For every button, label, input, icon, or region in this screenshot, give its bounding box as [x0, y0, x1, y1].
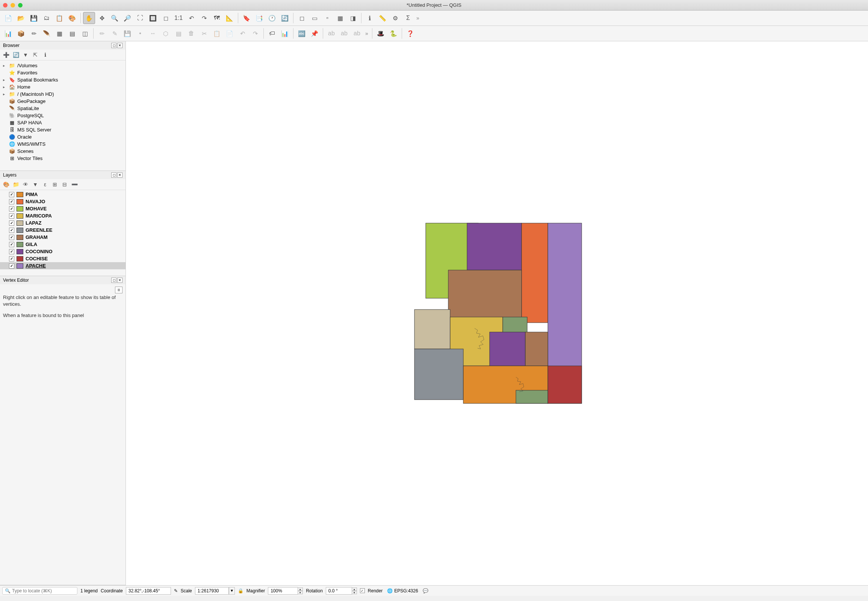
- magnifier-input[interactable]: [268, 587, 298, 595]
- new-geopackage-button[interactable]: 📦: [15, 27, 27, 40]
- python-console-button[interactable]: 🐍: [387, 27, 399, 40]
- layer-style-icon[interactable]: 🎨: [2, 181, 10, 188]
- maximize-window-button[interactable]: [18, 3, 23, 8]
- new-gpx-button[interactable]: ▤: [66, 27, 78, 40]
- zoom-in-button[interactable]: 🔍: [108, 12, 121, 24]
- vertex-float-button[interactable]: ◻: [111, 278, 116, 283]
- add-layer-icon[interactable]: ➕: [2, 51, 10, 59]
- layer-item[interactable]: ✓GRAHAM: [0, 233, 125, 241]
- temporal-button[interactable]: 🕐: [266, 12, 278, 24]
- browser-item[interactable]: ⊞Vector Tiles: [0, 155, 125, 162]
- statistics-button[interactable]: ⚙: [389, 12, 401, 24]
- layer-checkbox[interactable]: ✓: [9, 242, 14, 247]
- invert-selection-button[interactable]: ◨: [347, 12, 359, 24]
- collapse-all-icon[interactable]: ⊟: [61, 181, 69, 188]
- rotation-input[interactable]: [326, 587, 352, 595]
- copy-button[interactable]: 📋: [211, 27, 223, 40]
- deselect-button[interactable]: ▫: [321, 12, 333, 24]
- layers-float-button[interactable]: ◻: [111, 172, 116, 178]
- layer-item[interactable]: ✓APACHE: [0, 262, 125, 269]
- browser-item[interactable]: 📦GeoPackage: [0, 98, 125, 105]
- toggle-extents-icon[interactable]: ✎: [174, 588, 178, 593]
- layer-item[interactable]: ✓NAVAJO: [0, 198, 125, 205]
- browser-item[interactable]: 🐘PostgreSQL: [0, 112, 125, 119]
- layer-checkbox[interactable]: ✓: [9, 199, 14, 204]
- select-all-button[interactable]: ▦: [334, 12, 346, 24]
- collapse-icon[interactable]: ⇱: [32, 51, 39, 59]
- diagram-button[interactable]: 📊: [279, 27, 291, 40]
- zoom-native-button[interactable]: 1:1: [173, 12, 185, 24]
- map-canvas[interactable]: [126, 41, 868, 585]
- layer-item[interactable]: ✓LAPAZ: [0, 220, 125, 226]
- layer-checkbox[interactable]: ✓: [9, 256, 14, 261]
- new-bookmark-button[interactable]: 🔖: [240, 12, 252, 24]
- identify-button[interactable]: ℹ: [364, 12, 376, 24]
- layer-checkbox[interactable]: ✓: [9, 227, 14, 233]
- new-3d-view-button[interactable]: 📐: [223, 12, 235, 24]
- add-feature-button[interactable]: •: [134, 27, 146, 40]
- browser-item[interactable]: 🗄MS SQL Server: [0, 126, 125, 133]
- new-mesh-button[interactable]: ▦: [53, 27, 66, 40]
- browser-item[interactable]: ▦SAP HANA: [0, 119, 125, 126]
- zoom-next-button[interactable]: ↷: [198, 12, 210, 24]
- help-button[interactable]: ❓: [404, 27, 416, 40]
- layer-item[interactable]: ✓GREENLEE: [0, 226, 125, 233]
- show-bookmarks-button[interactable]: 📑: [253, 12, 265, 24]
- layer-checkbox[interactable]: ✓: [9, 192, 14, 197]
- toolbar-overflow[interactable]: »: [415, 15, 421, 21]
- layer-checkbox[interactable]: ✓: [9, 206, 14, 212]
- crs-button[interactable]: 🌐 EPSG:4326: [385, 587, 419, 594]
- current-edits-button[interactable]: ✎: [108, 27, 121, 40]
- layer-item[interactable]: ✓PIMA: [0, 191, 125, 198]
- browser-item[interactable]: ▸🔖Spatial Bookmarks: [0, 76, 125, 83]
- style-manager-button[interactable]: 🎨: [66, 12, 78, 24]
- filter-icon[interactable]: ▼: [22, 51, 29, 59]
- render-checkbox[interactable]: ✓: [360, 588, 365, 593]
- browser-item[interactable]: ▸📁/Volumes: [0, 62, 125, 69]
- add-group-icon[interactable]: 📁: [12, 181, 20, 188]
- move-feature-button[interactable]: ↔: [147, 27, 159, 40]
- pan-selection-button[interactable]: ✥: [96, 12, 108, 24]
- save-project-button[interactable]: 💾: [28, 12, 40, 24]
- layer-checkbox[interactable]: ✓: [9, 214, 14, 219]
- plugin-button[interactable]: 🎩: [374, 27, 387, 40]
- toolbar-overflow-2[interactable]: »: [364, 31, 370, 37]
- properties-icon[interactable]: ℹ: [41, 51, 49, 59]
- label-highlight-button[interactable]: 🔤: [296, 27, 308, 40]
- new-shapefile-button[interactable]: ✏: [28, 27, 40, 40]
- layer-item[interactable]: ✓GILA: [0, 241, 125, 248]
- lock-scale-icon[interactable]: 🔒: [238, 588, 243, 593]
- label-button[interactable]: 🏷: [266, 27, 278, 40]
- vertex-close-button[interactable]: ✕: [117, 278, 122, 283]
- browser-item[interactable]: ⭐Favorites: [0, 69, 125, 76]
- layer-checkbox[interactable]: ✓: [9, 221, 14, 226]
- zoom-last-button[interactable]: ↶: [185, 12, 197, 24]
- browser-close-button[interactable]: ✕: [117, 43, 122, 48]
- zoom-selection-button[interactable]: 🔲: [147, 12, 159, 24]
- paste-button[interactable]: 📄: [223, 27, 235, 40]
- browser-item[interactable]: 🔵Oracle: [0, 133, 125, 140]
- layer-item[interactable]: ✓COCHISE: [0, 255, 125, 262]
- layout-manager-button[interactable]: 📋: [53, 12, 66, 24]
- select-features-button[interactable]: ◻: [296, 12, 308, 24]
- expand-icon[interactable]: ⊞: [51, 181, 59, 188]
- remove-layer-icon[interactable]: ➖: [71, 181, 78, 188]
- minimize-window-button[interactable]: [11, 3, 15, 8]
- zoom-out-button[interactable]: 🔎: [121, 12, 133, 24]
- layers-list[interactable]: ✓PIMA✓NAVAJO✓MOHAVE✓MARICOPA✓LAPAZ✓GREEN…: [0, 190, 125, 276]
- new-layout-button[interactable]: 🗂: [41, 12, 53, 24]
- vertex-menu-button[interactable]: ≡: [115, 287, 122, 293]
- magnifier-up[interactable]: ▴: [298, 587, 303, 591]
- browser-item[interactable]: ▸📁/ (Macintosh HD): [0, 90, 125, 98]
- pan-button[interactable]: ✋: [83, 12, 95, 24]
- new-project-button[interactable]: 📄: [2, 12, 14, 24]
- locator-input[interactable]: [12, 588, 75, 593]
- scale-input[interactable]: [195, 587, 229, 595]
- toggle-editing-button[interactable]: ✏: [96, 27, 108, 40]
- browser-item[interactable]: 🌐WMS/WMTS: [0, 140, 125, 148]
- browser-item[interactable]: 🪶SpatiaLite: [0, 105, 125, 112]
- refresh-icon[interactable]: 🔄: [12, 51, 20, 59]
- vertex-tool-button[interactable]: ⬡: [160, 27, 172, 40]
- label-rotate-button[interactable]: ab: [351, 27, 363, 40]
- layer-checkbox[interactable]: ✓: [9, 249, 14, 254]
